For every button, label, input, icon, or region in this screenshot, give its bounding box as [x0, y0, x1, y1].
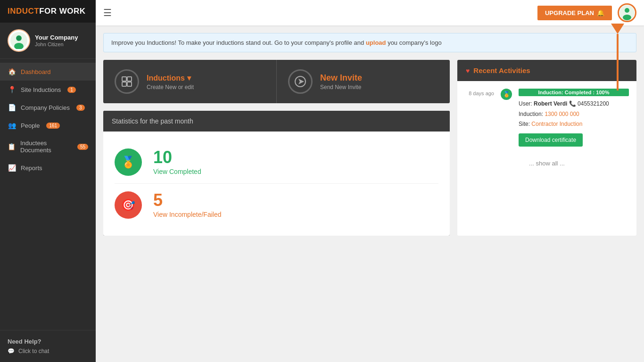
stats-card: Statistics for the past month 🏅 10 View … [103, 111, 450, 236]
site-inductions-icon: 📍 [8, 86, 16, 93]
company-policies-icon: 📄 [8, 104, 16, 111]
logo-forwork: FOR WORK [39, 7, 85, 16]
arrow-line [617, 34, 619, 90]
people-badge: 161 [46, 123, 60, 129]
completed-number: 10 [153, 149, 201, 166]
svg-rect-10 [127, 82, 132, 86]
arrow-indicator [611, 24, 624, 90]
main-grid: Inductions ▾ Create New or edit [103, 60, 636, 236]
new-invite-subtitle: Send New Invite [320, 84, 362, 90]
sidebar-item-label: Inductees Documents [20, 140, 71, 154]
inductions-card-text: Inductions ▾ Create New or edit [147, 73, 194, 90]
inductions-icon [115, 69, 139, 94]
banner-text: Improve you Inductions! To make your ind… [111, 39, 364, 46]
recent-header: ♥ Recent Activities [457, 60, 636, 81]
sidebar-item-label: Dashboard [21, 68, 51, 75]
chat-icon: 💬 [8, 348, 15, 354]
induction-value: 1300 000 000 [545, 111, 579, 117]
sidebar: INDUCTFOR WORK Your Company John Citizen… [0, 0, 96, 362]
people-icon: 👥 [8, 122, 16, 129]
sidebar-item-people[interactable]: 👥 People 161 [0, 116, 96, 134]
activity-item: 8 days ago 🏅 Induction: Completed : 100%… [465, 89, 629, 147]
stat-completed-info: 10 View Completed [153, 149, 201, 175]
action-cards: Inductions ▾ Create New or edit [103, 60, 450, 103]
right-column: ♥ Recent Activities 8 days ago 🏅 [457, 60, 636, 236]
heart-icon: ♥ [466, 67, 470, 74]
sidebar-item-inductees-documents[interactable]: 📋 Inductees Documents 55 [0, 134, 96, 159]
hamburger-icon[interactable]: ☰ [103, 7, 112, 18]
logo-induct: INDUCT [8, 7, 39, 16]
logo-text: INDUCTFOR WORK [8, 7, 86, 16]
activity-detail: User: Robert Verdi 📞 0455321200 Inductio… [519, 99, 629, 130]
failed-number: 5 [153, 192, 221, 209]
completed-label: View Completed [153, 168, 201, 175]
avatar [8, 29, 30, 52]
user-name-link: Robert Verdi [534, 100, 567, 107]
inductions-card[interactable]: Inductions ▾ Create New or edit [103, 60, 276, 103]
inductions-subtitle: Create New or edit [147, 84, 194, 90]
new-invite-icon [288, 69, 313, 94]
sidebar-nav: 🏠 Dashboard 📍 Site Inductions 1 📄 Compan… [0, 59, 96, 330]
svg-marker-12 [298, 79, 304, 84]
sidebar-item-site-inductions[interactable]: 📍 Site Inductions 1 [0, 81, 96, 99]
banner-text-after: you company's logo [388, 39, 442, 46]
dashboard-icon: 🏠 [8, 68, 16, 75]
show-all-link[interactable]: ... show all ... [457, 154, 636, 173]
company-policies-badge: 3 [76, 105, 85, 111]
recent-body: 8 days ago 🏅 Induction: Completed : 100%… [457, 81, 636, 154]
stat-completed-row[interactable]: 🏅 10 View Completed [115, 141, 438, 183]
sidebar-item-dashboard[interactable]: 🏠 Dashboard [0, 63, 96, 81]
main-area: ☰ UPGRADE PLAN 🔔 Improve you Inductions!… [96, 0, 644, 362]
new-invite-card[interactable]: New Invite Send New Invite [276, 60, 450, 103]
activity-content: Induction: Completed : 100% User: Robert… [519, 89, 629, 147]
inductees-documents-badge: 55 [77, 144, 88, 150]
upload-link[interactable]: upload [366, 39, 386, 46]
user-info: Your Company John Citizen [35, 34, 78, 47]
left-column: Inductions ▾ Create New or edit [103, 60, 450, 236]
completed-icon: 🏅 [115, 148, 142, 176]
new-invite-title: New Invite [320, 73, 362, 83]
bell-icon: 🔔 [597, 9, 604, 16]
activity-dot: 🏅 [501, 89, 512, 100]
topbar: ☰ UPGRADE PLAN 🔔 [96, 0, 644, 25]
user-name: John Citizen [35, 41, 78, 47]
user-company: Your Company [35, 34, 78, 41]
site-value: Contractor Induction [531, 121, 582, 127]
inductees-documents-icon: 📋 [8, 143, 16, 150]
sidebar-item-label: People [21, 122, 40, 129]
svg-point-3 [17, 36, 21, 41]
need-help-text: Need Help? [8, 338, 88, 345]
site-inductions-badge: 1 [67, 87, 76, 93]
svg-point-5 [625, 8, 629, 13]
sidebar-footer: Need Help? 💬 Click to chat [0, 330, 96, 362]
sidebar-item-label: Site Inductions [21, 86, 61, 93]
chat-label: Click to chat [18, 348, 49, 354]
chat-link[interactable]: 💬 Click to chat [8, 348, 88, 354]
sidebar-item-label: Reports [21, 165, 42, 172]
activity-dot-col: 🏅 [501, 89, 512, 147]
content-area: Improve you Inductions! To make your ind… [96, 25, 644, 362]
stat-failed-row[interactable]: 🎯 5 View Incomplete/Failed [115, 183, 438, 226]
sidebar-item-label: Company Policies [21, 104, 70, 111]
stat-failed-info: 5 View Incomplete/Failed [153, 192, 221, 218]
sidebar-logo: INDUCTFOR WORK [0, 0, 96, 23]
recent-activities-card: ♥ Recent Activities 8 days ago 🏅 [457, 60, 636, 236]
sidebar-item-reports[interactable]: 📈 Reports [0, 159, 96, 177]
failed-label: View Incomplete/Failed [153, 211, 221, 218]
svg-rect-9 [122, 82, 126, 86]
recent-header-title: Recent Activities [473, 66, 530, 74]
info-banner: Improve you Inductions! To make your ind… [103, 33, 636, 52]
sidebar-item-company-policies[interactable]: 📄 Company Policies 3 [0, 99, 96, 116]
failed-icon: 🎯 [115, 191, 142, 219]
arrow-down-icon [611, 24, 624, 34]
activity-time: 8 days ago [465, 89, 494, 147]
upgrade-label: UPGRADE PLAN [545, 9, 594, 16]
sidebar-user: Your Company John Citizen [0, 23, 96, 59]
svg-rect-7 [122, 77, 126, 81]
download-certificate-button[interactable]: Download certificate [519, 133, 583, 147]
stats-body: 🏅 10 View Completed 🎯 [103, 132, 450, 236]
svg-point-6 [623, 15, 631, 20]
upgrade-button[interactable]: UPGRADE PLAN 🔔 [537, 6, 612, 20]
profile-avatar[interactable] [618, 3, 636, 22]
svg-rect-8 [127, 77, 132, 81]
